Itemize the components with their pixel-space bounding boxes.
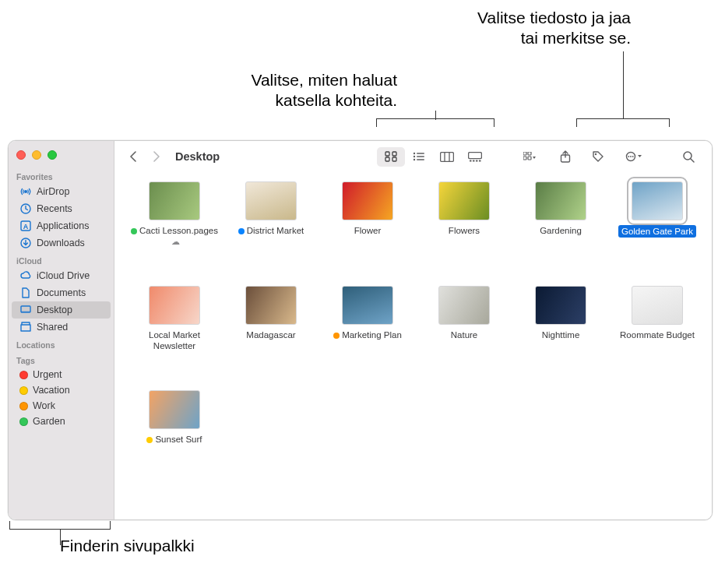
column-view-button[interactable]: [433, 147, 461, 167]
sidebar-item-vacation[interactable]: Vacation: [12, 382, 111, 398]
sidebar-section-header: Favorites: [9, 167, 114, 183]
fullscreen-button[interactable]: [48, 150, 57, 160]
file-thumbnail: [438, 181, 490, 220]
tag-dot-icon: [131, 228, 137, 234]
file-name-label: District Market: [238, 225, 304, 236]
group-by-button[interactable]: [512, 147, 547, 167]
svg-rect-16: [417, 159, 424, 160]
file-item[interactable]: Sunset Surf: [128, 389, 220, 488]
svg-rect-28: [528, 157, 531, 160]
sidebar-item-label: AirDrop: [37, 186, 69, 197]
gallery-view-button[interactable]: [461, 147, 489, 167]
sidebar-item-airdrop[interactable]: AirDrop: [12, 183, 111, 200]
file-thumbnail: [149, 286, 200, 325]
annotation-bracket: [376, 118, 494, 126]
icon-view-button[interactable]: [377, 147, 405, 167]
svg-rect-9: [385, 157, 389, 161]
apps-icon: A: [19, 220, 32, 232]
close-button[interactable]: [16, 150, 26, 160]
file-name-label: Nighttime: [542, 329, 580, 340]
svg-line-36: [691, 159, 694, 162]
sidebar-item-downloads[interactable]: Downloads: [12, 234, 111, 252]
file-thumbnail: [149, 181, 200, 220]
sidebar-item-applications[interactable]: AApplications: [12, 217, 111, 234]
sidebar-item-label: Vacation: [33, 385, 70, 396]
sidebar-item-label: Garden: [33, 416, 65, 427]
svg-rect-26: [528, 152, 531, 155]
annotation-bracket: [9, 522, 111, 530]
clock-icon: [19, 202, 32, 215]
window-title: Desktop: [175, 150, 220, 163]
svg-point-15: [414, 159, 415, 160]
sidebar-item-label: Downloads: [37, 238, 85, 248]
share-button[interactable]: [551, 147, 579, 167]
file-item[interactable]: Nighttime: [515, 284, 607, 384]
file-name-label: Cacti Lesson.pages☁︎: [131, 225, 218, 248]
sidebar-item-desktop[interactable]: Desktop: [12, 301, 111, 319]
annotation-bracket: [576, 118, 670, 126]
file-thumbnail: [438, 286, 490, 325]
file-item[interactable]: Flower: [322, 180, 414, 280]
sidebar-item-label: Shared: [37, 322, 68, 333]
svg-rect-24: [479, 160, 481, 161]
sidebar-item-urgent[interactable]: Urgent: [12, 367, 111, 382]
search-button[interactable]: [674, 147, 702, 167]
sidebar-item-garden[interactable]: Garden: [12, 414, 111, 429]
sidebar-item-label: iCloud Drive: [37, 270, 90, 281]
svg-point-11: [414, 153, 415, 154]
file-item[interactable]: Local Market Newsletter: [128, 284, 220, 384]
svg-rect-22: [473, 160, 475, 161]
file-item[interactable]: Madagascar: [225, 284, 317, 384]
svg-rect-27: [523, 157, 526, 160]
sidebar-item-documents[interactable]: Documents: [12, 284, 111, 301]
svg-rect-25: [523, 152, 526, 155]
svg-text:A: A: [23, 223, 29, 231]
file-thumbnail: [245, 286, 297, 325]
sidebar-item-icloud-drive[interactable]: iCloud Drive: [12, 267, 111, 284]
minimize-button[interactable]: [32, 150, 41, 160]
sidebar-item-label: Work: [33, 400, 55, 411]
svg-rect-17: [441, 152, 454, 161]
file-name-label: Nature: [451, 329, 478, 340]
finder-window: FavoritesAirDropRecentsAApplicationsDown…: [8, 140, 713, 520]
file-name-label: Marketing Plan: [333, 329, 402, 340]
file-name-label: Sunset Surf: [146, 434, 202, 445]
file-item[interactable]: Marketing Plan: [322, 284, 414, 384]
tag-button[interactable]: [584, 147, 612, 167]
annotation-sidebar: Finderin sivupalkki: [60, 536, 195, 556]
file-item[interactable]: Flowers: [418, 180, 510, 280]
svg-rect-23: [476, 160, 478, 161]
cloud-icon: [19, 269, 32, 282]
forward-button[interactable]: [147, 147, 166, 166]
sidebar-item-recents[interactable]: Recents: [12, 200, 111, 217]
svg-point-13: [414, 156, 415, 157]
tag-dot-icon: [238, 228, 245, 234]
sidebar-item-work[interactable]: Work: [12, 398, 111, 414]
file-item[interactable]: Roommate Budget: [611, 284, 703, 384]
list-view-button[interactable]: [405, 147, 433, 167]
sidebar-item-label: Urgent: [33, 369, 62, 380]
tag-dot-icon: [333, 333, 340, 339]
view-mode-group: [377, 147, 489, 167]
file-item[interactable]: Gardening: [515, 180, 607, 280]
file-item[interactable]: District Market: [225, 180, 317, 280]
sidebar-item-label: Applications: [37, 220, 89, 231]
file-name-label: Golden Gate Park: [618, 225, 696, 238]
download-icon: [19, 237, 32, 249]
more-actions-button[interactable]: [617, 147, 651, 167]
file-thumbnail: [632, 286, 683, 325]
file-thumbnail: [342, 181, 393, 220]
file-item[interactable]: Nature: [418, 284, 510, 384]
file-item[interactable]: Golden Gate Park: [611, 180, 703, 280]
shared-icon: [19, 321, 32, 333]
sidebar-section-header: Tags: [9, 351, 114, 367]
sidebar-item-shared[interactable]: Shared: [12, 319, 111, 336]
cloud-download-icon: ☁︎: [171, 237, 180, 246]
svg-rect-21: [470, 160, 472, 161]
files-grid: Cacti Lesson.pages☁︎District MarketFlowe…: [114, 172, 712, 519]
file-name-label: Local Market Newsletter: [131, 329, 218, 352]
file-item[interactable]: Cacti Lesson.pages☁︎: [128, 180, 220, 280]
back-button[interactable]: [124, 147, 143, 166]
doc-icon: [19, 287, 32, 299]
file-name-label: Flowers: [449, 225, 480, 236]
